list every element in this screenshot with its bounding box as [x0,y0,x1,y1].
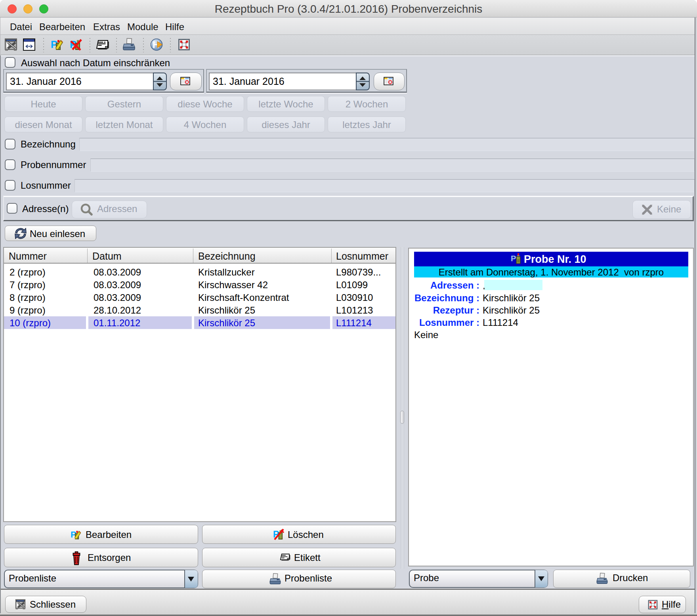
svg-text:P: P [511,254,516,263]
